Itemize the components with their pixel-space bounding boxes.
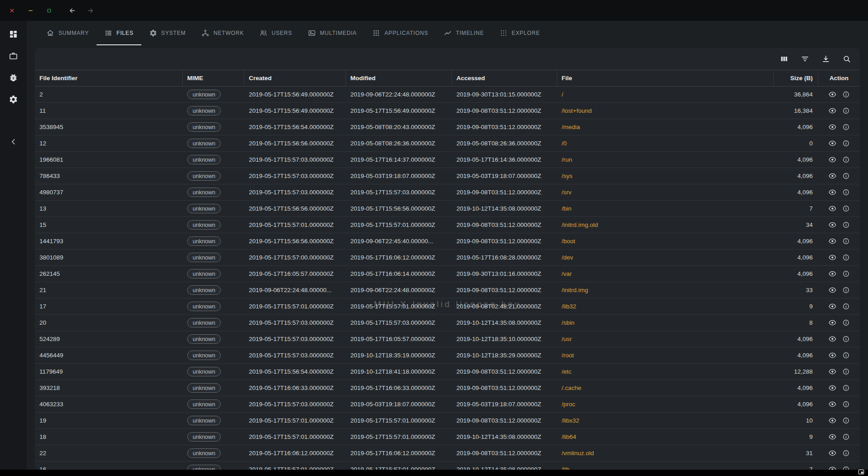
nav-back-button[interactable] <box>67 5 78 16</box>
table-row[interactable]: 4456449 unknown 2019-05-17T15:57:03.0000… <box>35 347 860 364</box>
mime-chip[interactable]: unknown <box>187 106 221 115</box>
view-file-button[interactable] <box>828 416 837 425</box>
view-file-button[interactable] <box>828 204 837 213</box>
file-link[interactable]: /proc <box>557 401 774 408</box>
table-row[interactable]: 12 unknown 2019-05-17T15:56:56.000000Z 2… <box>35 135 860 152</box>
file-link[interactable]: /initrd.img <box>557 287 774 293</box>
view-file-button[interactable] <box>828 237 837 245</box>
table-row[interactable]: 393218 unknown 2019-05-17T16:06:33.00000… <box>35 380 860 396</box>
mime-chip[interactable]: unknown <box>187 285 221 295</box>
search-button[interactable] <box>840 52 853 66</box>
file-link[interactable]: /usr <box>557 336 774 342</box>
table-row[interactable]: 1179649 unknown 2019-05-17T15:56:54.0000… <box>35 364 860 380</box>
file-info-button[interactable] <box>842 254 850 261</box>
table-row[interactable]: 19 unknown 2019-05-17T15:57:01.000000Z 2… <box>35 413 860 429</box>
tab-system[interactable]: SYSTEM <box>141 21 194 45</box>
table-row[interactable]: 4980737 unknown 2019-05-17T15:57:03.0000… <box>35 184 860 201</box>
mime-chip[interactable]: unknown <box>187 416 221 425</box>
column-header-file[interactable]: File <box>557 70 774 86</box>
mime-chip[interactable]: unknown <box>187 253 221 262</box>
file-info-button[interactable] <box>842 205 850 212</box>
file-info-button[interactable] <box>842 286 850 294</box>
mime-chip[interactable]: unknown <box>187 367 221 376</box>
view-file-button[interactable] <box>828 139 837 148</box>
view-file-button[interactable] <box>828 123 837 131</box>
table-row[interactable]: 18 unknown 2019-05-17T15:57:01.000000Z 2… <box>35 429 860 445</box>
mime-chip[interactable]: unknown <box>187 351 221 360</box>
file-info-button[interactable] <box>842 188 850 196</box>
file-link[interactable]: /media <box>557 124 774 130</box>
view-file-button[interactable] <box>828 188 837 197</box>
table-row[interactable]: 2 unknown 2019-05-17T15:56:49.000000Z 20… <box>35 87 860 103</box>
sidebar-item-dashboard[interactable] <box>8 29 19 39</box>
file-info-button[interactable] <box>842 466 850 470</box>
mime-chip[interactable]: unknown <box>187 269 221 279</box>
file-info-button[interactable] <box>842 351 850 359</box>
table-row[interactable]: 1441793 unknown 2019-05-17T15:56:56.0000… <box>35 233 860 250</box>
tab-files[interactable]: FILES <box>97 21 141 45</box>
column-header-action[interactable]: Action <box>818 70 860 86</box>
view-file-button[interactable] <box>828 351 837 360</box>
file-info-button[interactable] <box>842 156 850 163</box>
table-row[interactable]: 262145 unknown 2019-05-17T16:05:57.00000… <box>35 266 860 282</box>
mime-chip[interactable]: unknown <box>187 90 221 99</box>
column-header-size[interactable]: Size (B) <box>774 70 818 86</box>
file-link[interactable]: /var <box>557 270 774 277</box>
file-link[interactable]: /etc <box>557 368 774 375</box>
file-info-button[interactable] <box>842 237 850 245</box>
view-file-button[interactable] <box>828 449 837 457</box>
file-info-button[interactable] <box>842 172 850 180</box>
mime-chip[interactable]: unknown <box>187 122 221 132</box>
view-file-button[interactable] <box>828 384 837 392</box>
window-minimize-button[interactable] <box>25 5 36 16</box>
file-info-button[interactable] <box>842 303 850 310</box>
file-link[interactable]: /run <box>557 156 774 163</box>
column-header-created[interactable]: Created <box>244 70 346 86</box>
mime-chip[interactable]: unknown <box>187 432 221 442</box>
file-link[interactable]: /boot <box>557 238 774 245</box>
file-info-button[interactable] <box>842 335 850 343</box>
view-file-button[interactable] <box>828 106 837 115</box>
window-close-button[interactable] <box>6 5 17 16</box>
table-row[interactable]: 13 unknown 2019-05-17T15:56:56.000000Z 2… <box>35 201 860 217</box>
nav-forward-button[interactable] <box>85 5 96 16</box>
file-info-button[interactable] <box>842 270 850 278</box>
file-info-button[interactable] <box>842 449 850 457</box>
file-info-button[interactable] <box>842 123 850 131</box>
file-info-button[interactable] <box>842 400 850 408</box>
table-row[interactable]: 16 unknown 2019-05-17T15:57:01.000000Z 2… <box>35 462 860 470</box>
mime-chip[interactable]: unknown <box>187 236 221 246</box>
view-file-button[interactable] <box>828 302 837 311</box>
file-link[interactable]: /lib32 <box>557 303 774 310</box>
file-info-button[interactable] <box>842 417 850 424</box>
table-row[interactable]: 15 unknown 2019-05-17T15:57:01.000000Z 2… <box>35 217 860 233</box>
view-file-button[interactable] <box>828 318 837 327</box>
table-row[interactable]: 21 unknown 2019-09-06T22:24:48.00000... … <box>35 282 860 298</box>
mime-chip[interactable]: unknown <box>187 220 221 230</box>
file-link[interactable]: /lib <box>557 466 774 470</box>
tab-users[interactable]: USERS <box>252 21 300 45</box>
table-row[interactable]: 20 unknown 2019-05-17T15:57:03.000000Z 2… <box>35 315 860 331</box>
file-info-button[interactable] <box>842 139 850 147</box>
view-file-button[interactable] <box>828 286 837 294</box>
file-link[interactable]: /lib64 <box>557 433 774 440</box>
file-link[interactable]: /sys <box>557 173 774 179</box>
mime-chip[interactable]: unknown <box>187 334 221 344</box>
file-link[interactable]: /root <box>557 352 774 359</box>
file-link[interactable]: /vmlinuz.old <box>557 450 774 457</box>
file-link[interactable]: /dev <box>557 254 774 261</box>
view-file-button[interactable] <box>828 367 837 376</box>
sidebar-item-malware[interactable] <box>8 72 19 82</box>
table-row[interactable]: 1966081 unknown 2019-05-17T15:57:03.0000… <box>35 152 860 168</box>
mime-chip[interactable]: unknown <box>187 155 221 164</box>
pip-toggle-button[interactable] <box>858 468 865 476</box>
file-info-button[interactable] <box>842 433 850 441</box>
sidebar-item-settings[interactable] <box>8 94 19 104</box>
tab-network[interactable]: NETWORK <box>194 21 252 45</box>
file-link[interactable]: /0 <box>557 140 774 147</box>
table-row[interactable]: 524289 unknown 2019-05-17T15:57:03.00000… <box>35 331 860 347</box>
file-link[interactable]: /sbin <box>557 319 774 326</box>
view-file-button[interactable] <box>828 221 837 229</box>
file-link[interactable]: /lost+found <box>557 107 774 114</box>
column-header-mime[interactable]: MIME <box>183 70 244 86</box>
